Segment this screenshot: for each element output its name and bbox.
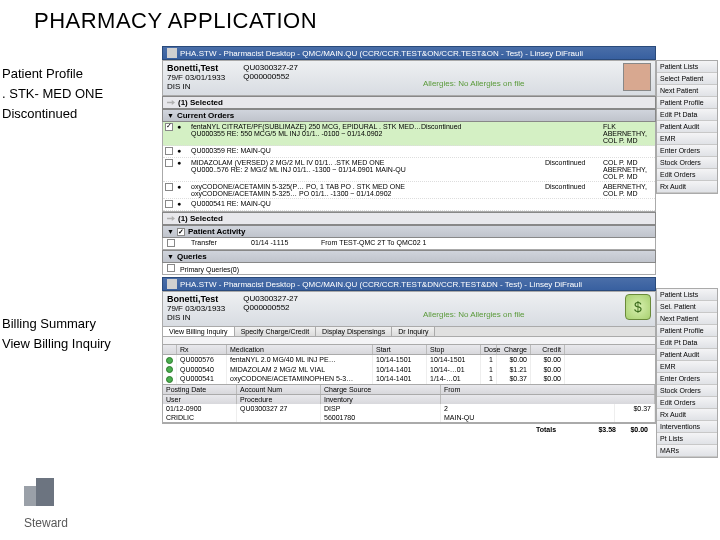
col-inventory: Inventory [321, 395, 441, 404]
panel-btn-edit-orders[interactable]: Edit Orders [657, 397, 717, 409]
billing-row[interactable]: QU000541 oxyCODONE/ACETAMINOPHEN 5-3… 10… [163, 374, 655, 384]
panel-btn-stock-orders[interactable]: Stock Orders [657, 157, 717, 169]
note-line: Patient Profile [2, 64, 158, 84]
titlebar: PHA.STW - Pharmacist Desktop - QMC/MAIN.… [162, 46, 656, 60]
panel-btn-pt-lists[interactable]: Pt Lists [657, 433, 717, 445]
panel-btn-edit-pt-data[interactable]: Edit Pt Data [657, 109, 717, 121]
tab-specify-charge-credit[interactable]: Specify Charge/Credit [235, 327, 316, 336]
panel-btn-patient-audit[interactable]: Patient Audit [657, 349, 717, 361]
panel-btn-edit-pt-data[interactable]: Edit Pt Data [657, 337, 717, 349]
panel-btn-patient-profile[interactable]: Patient Profile [657, 97, 717, 109]
sub-row[interactable]: CRIDLIC56001780MAIN-QU [163, 413, 655, 422]
panel-btn-patient-lists[interactable]: Patient Lists [657, 61, 717, 73]
panel-btn-enter-orders[interactable]: Enter Orders [657, 145, 717, 157]
panel-btn-rx-audit[interactable]: Rx Audit [657, 181, 717, 193]
selected-header[interactable]: (1) Selected [162, 96, 656, 109]
rx-charge: $0.00 [497, 355, 531, 365]
patient-demo: 79/F 03/03/1933 [167, 304, 225, 313]
current-orders-header[interactable]: ▼ Current Orders [162, 109, 656, 122]
order-status [545, 147, 603, 156]
panel-btn-emr[interactable]: EMR [657, 133, 717, 145]
order-row[interactable]: ● QU000541 RE: MAIN-QU [163, 199, 655, 211]
patient-demo: 79/F 03/01/1933 [167, 73, 225, 82]
order-provider: COL P. MDABERNETHY,COL P. MD [603, 159, 653, 180]
order-row[interactable]: ● MIDAZOLAM (VERSED) 2 MG/2 ML IV 01/1..… [163, 158, 655, 182]
rx-stop: 10/14-1501 [427, 355, 481, 365]
panel-btn-select-patient[interactable]: Select Patient [657, 73, 717, 85]
checkbox[interactable] [165, 159, 173, 167]
arrow-icon [167, 99, 175, 107]
billing-row[interactable]: QU000576 fentaNYL 2.0 MG/40 ML INJ PE… 1… [163, 355, 655, 365]
checkbox[interactable] [167, 239, 175, 247]
note-line: Discontinued [2, 104, 158, 124]
rx-start: 10/14-1501 [373, 355, 427, 365]
order-status: Discontinued [545, 159, 603, 180]
rx-start: 10/14-1401 [373, 374, 427, 384]
patient-activity-header[interactable]: ▼ Patient Activity [162, 225, 656, 238]
checkbox[interactable] [165, 123, 173, 131]
selected-count: (1) Selected [178, 98, 223, 107]
patient-mrn: Q000000552 [243, 72, 298, 81]
order-row[interactable]: ● fentaNYL CITRATE/PF(SUBLIMAZE) 250 MCG… [163, 122, 655, 146]
panel-btn-enter-orders[interactable]: Enter Orders [657, 373, 717, 385]
rx-credit: $0.00 [531, 374, 565, 384]
panel-btn-patient-profile[interactable]: Patient Profile [657, 325, 717, 337]
order-status [545, 200, 603, 209]
col-posting-date: Posting Date [163, 385, 237, 394]
status-icon: ● [177, 147, 191, 156]
checkbox[interactable] [165, 183, 173, 191]
checkbox[interactable] [167, 264, 175, 272]
rx-id: QU000576 [177, 355, 227, 365]
sub-row[interactable]: 01/12-0900QU0300327 27DISP2$0.37 [163, 404, 655, 413]
checkbox[interactable] [165, 147, 173, 155]
billing-row[interactable]: QU000540 MIDAZOLAM 2 MG/2 ML VIAL 10/14-… [163, 365, 655, 375]
rx-med: fentaNYL 2.0 MG/40 ML INJ PE… [227, 355, 373, 365]
tab-bar: View Billing InquirySpecify Charge/Credi… [162, 327, 656, 337]
patient-status: DIS IN [167, 313, 225, 322]
panel-btn-emr[interactable]: EMR [657, 361, 717, 373]
logo-text: Steward [24, 516, 68, 530]
rx-dose: 1 [481, 355, 497, 365]
status-icon: ● [177, 123, 191, 144]
patient-acct: QU0300327-27 [243, 63, 298, 72]
right-panel: Patient ListsSelect PatientNext PatientP… [656, 60, 718, 194]
status-icon: ● [177, 183, 191, 197]
tab-display-dispensings[interactable]: Display Dispensings [316, 327, 392, 336]
dollar-icon: $ [625, 294, 651, 320]
panel-btn-next-patient[interactable]: Next Patient [657, 313, 717, 325]
panel-btn-mars[interactable]: MARs [657, 445, 717, 457]
activity-row[interactable]: Transfer 01/14 -1115 From TEST-QMC 2T To… [162, 238, 656, 250]
selected-footer[interactable]: (1) Selected [162, 212, 656, 225]
panel-btn-sel-patient[interactable]: Sel. Patient [657, 301, 717, 313]
order-med: MIDAZOLAM (VERSED) 2 MG/2 ML IV 01/1.. .… [191, 159, 545, 180]
panel-btn-patient-audit[interactable]: Patient Audit [657, 121, 717, 133]
order-provider [603, 200, 653, 209]
patient-mrn: Q000000552 [243, 303, 298, 312]
section-title: Patient Activity [188, 227, 246, 236]
panel-btn-next-patient[interactable]: Next Patient [657, 85, 717, 97]
rx-med: MIDAZOLAM 2 MG/2 ML VIAL [227, 365, 373, 375]
checkbox-icon[interactable] [177, 228, 185, 236]
billing-body: QU000576 fentaNYL 2.0 MG/40 ML INJ PE… 1… [162, 355, 656, 423]
window-pharmacist-desktop-1: PHA.STW - Pharmacist Desktop - QMC/MAIN.… [162, 46, 656, 275]
rx-stop: 10/14-…01 [427, 365, 481, 375]
col-source: Charge Source [321, 385, 441, 394]
panel-btn-stock-orders[interactable]: Stock Orders [657, 385, 717, 397]
order-row[interactable]: ● oxyCODONE/ACETAMIN 5-325(P… PO, 1 TAB … [163, 182, 655, 199]
page-title: PHARMACY APPLICATION [0, 0, 720, 40]
app-icon [167, 279, 177, 289]
panel-btn-rx-audit[interactable]: Rx Audit [657, 409, 717, 421]
order-provider: ABERNETHY,COL P. MD [603, 183, 653, 197]
panel-btn-edit-orders[interactable]: Edit Orders [657, 169, 717, 181]
status-icon [166, 376, 173, 383]
order-row[interactable]: ● QU000359 RE: MAIN-QU [163, 146, 655, 158]
tab-view-billing-inquiry[interactable]: View Billing Inquiry [163, 327, 235, 336]
rx-credit: $0.00 [531, 365, 565, 375]
tab-dr-inquiry[interactable]: Dr Inquiry [392, 327, 435, 336]
checkbox[interactable] [165, 200, 173, 208]
rx-dose: 1 [481, 374, 497, 384]
panel-btn-interventions[interactable]: Interventions [657, 421, 717, 433]
rx-stop: 1/14-…01 [427, 374, 481, 384]
panel-btn-patient-lists[interactable]: Patient Lists [657, 289, 717, 301]
queries-header[interactable]: ▼ Queries [162, 250, 656, 263]
